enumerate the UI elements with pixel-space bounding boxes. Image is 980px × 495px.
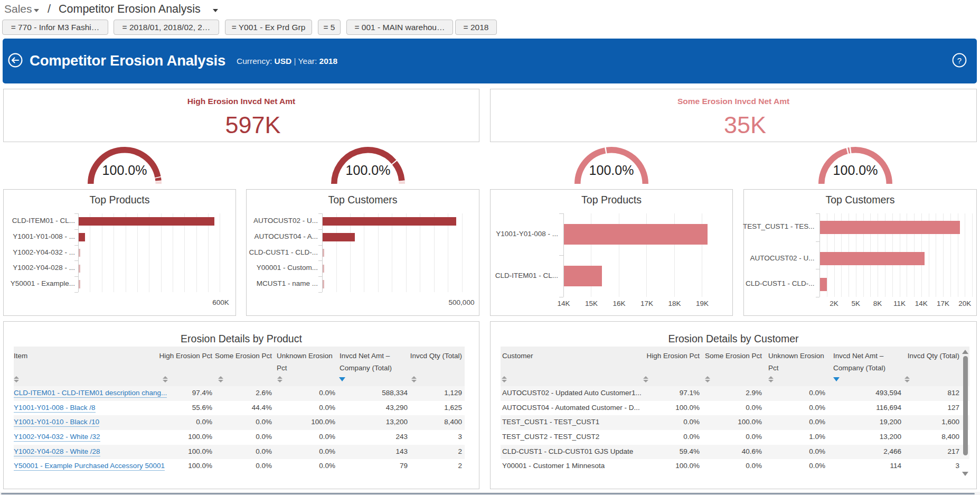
- svg-text:?: ?: [957, 56, 962, 65]
